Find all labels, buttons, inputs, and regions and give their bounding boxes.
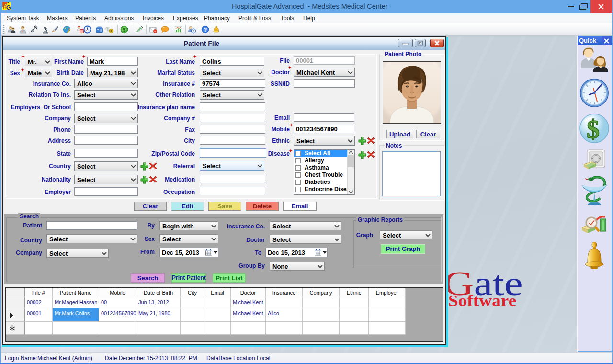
svg-text:$: $ [123,27,125,33]
svg-text:G: G [6,4,11,10]
svg-text:?: ? [204,27,207,33]
svg-text:$: $ [587,115,600,144]
